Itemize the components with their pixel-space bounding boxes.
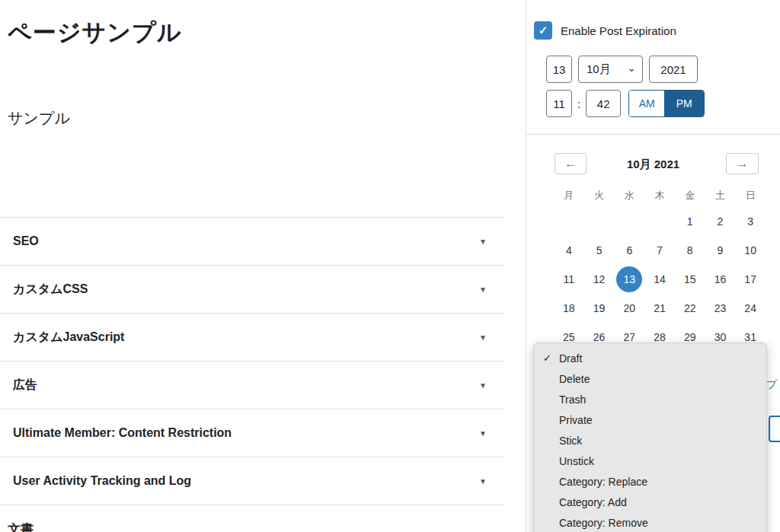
calendar-day-10[interactable]: 10 [735, 237, 766, 263]
enable-expiration-row: ✓ Enable Post Expiration [534, 21, 676, 40]
calendar-day-1[interactable]: 1 [675, 209, 705, 234]
calendar-day-19[interactable]: 19 [584, 295, 615, 321]
calendar-day-3[interactable]: 3 [735, 209, 766, 234]
calendar-day-7[interactable]: 7 [644, 237, 675, 263]
calendar-day-header: 金 [675, 186, 705, 205]
accordion-label: SEO [13, 234, 39, 248]
accordion-label: カスタムCSS [13, 282, 88, 298]
menu-item-stick[interactable]: Stick [534, 430, 766, 451]
calendar-day-4[interactable]: 4 [554, 237, 584, 263]
accordion-javascript[interactable]: カスタムJavaScript▼ [0, 313, 505, 361]
menu-item-category-remove[interactable]: Category: Remove [534, 512, 766, 532]
calendar-day-header: 日 [735, 186, 766, 205]
calendar-day-empty [554, 209, 584, 234]
minute-input[interactable] [586, 90, 621, 117]
calendar-day-22[interactable]: 22 [675, 295, 705, 321]
sidebar-divider [526, 134, 780, 135]
menu-item-draft[interactable]: ✓Draft [534, 348, 766, 368]
calendar-day-empty [584, 209, 615, 234]
screen: ページサンプル サンプル SEO▼カスタムCSS▼カスタムJavaScript▼… [0, 0, 780, 532]
accordion-seo[interactable]: SEO▼ [0, 217, 505, 265]
page-subtitle: サンプル [8, 108, 70, 129]
calendar-day-13[interactable]: 13 [616, 266, 642, 292]
menu-item-label: Trash [559, 393, 586, 406]
calendar-day-18[interactable]: 18 [554, 295, 584, 321]
caret-down-icon: ▼ [479, 237, 487, 246]
calendar-day-24[interactable]: 24 [735, 295, 766, 321]
accordion-label: Ultimate Member: Content Restriction [13, 426, 232, 440]
chevron-down-icon: ⌄ [627, 62, 636, 73]
meridiem-toggle: AM PM [628, 90, 705, 117]
apply-button-fragment[interactable] [769, 416, 780, 442]
menu-item-category-replace[interactable]: Category: Replace [534, 471, 766, 492]
menu-item-label: Category: Remove [559, 517, 648, 529]
accordion-[interactable]: 広告▼ [0, 361, 505, 409]
month-select-value: 10月 [587, 62, 611, 77]
calendar-day-6[interactable]: 6 [614, 237, 644, 263]
accordion-label: User Activity Tracking and Log [13, 474, 191, 488]
calendar-day-8[interactable]: 8 [675, 237, 705, 263]
menu-item-delete[interactable]: Delete [534, 368, 766, 389]
calendar-day-9[interactable]: 9 [705, 237, 736, 263]
accordion-user-activity-tracking-and-log[interactable]: User Activity Tracking and Log▼ [0, 457, 505, 505]
caret-down-icon: ▼ [479, 381, 487, 390]
calendar-day-17[interactable]: 17 [735, 266, 766, 292]
menu-item-label: Private [559, 414, 593, 426]
pm-button[interactable]: PM [664, 91, 704, 116]
accordion-label: 広告 [13, 377, 37, 393]
enable-expiration-label: Enable Post Expiration [561, 24, 676, 37]
calendar-grid: 月火水木金土日123456789101112131415161718192021… [554, 186, 766, 350]
calendar-day-23[interactable]: 23 [705, 295, 736, 321]
check-icon: ✓ [539, 24, 548, 37]
calendar-day-header: 土 [705, 186, 736, 205]
expiration-date-row: 10月 ⌄ [546, 56, 698, 83]
menu-item-label: Stick [559, 435, 582, 447]
menu-item-trash[interactable]: Trash [534, 389, 766, 409]
calendar-day-header: 火 [584, 186, 615, 205]
menu-item-category-add[interactable]: Category: Add [534, 492, 766, 512]
post-type-link-fragment[interactable]: プ [766, 378, 777, 392]
accordion-list: SEO▼カスタムCSS▼カスタムJavaScript▼広告▼Ultimate M… [0, 217, 505, 505]
accordion-label: カスタムJavaScript [13, 330, 124, 346]
menu-item-private[interactable]: Private [534, 409, 766, 430]
accordion-ultimate-member-content-restriction[interactable]: Ultimate Member: Content Restriction▼ [0, 409, 505, 457]
calendar-day-2[interactable]: 2 [705, 209, 736, 234]
accordion-css[interactable]: カスタムCSS▼ [0, 265, 505, 313]
calendar-day-header: 水 [614, 186, 644, 205]
caret-down-icon: ▼ [479, 429, 487, 438]
enable-expiration-checkbox[interactable]: ✓ [534, 21, 552, 40]
calendar-day-15[interactable]: 15 [675, 266, 705, 292]
caret-down-icon: ▼ [479, 477, 487, 486]
calendar-day-11[interactable]: 11 [554, 266, 584, 292]
status-action-menu: ✓DraftDeleteTrashPrivateStickUnstickCate… [533, 342, 767, 532]
arrow-right-icon: → [737, 157, 749, 170]
menu-item-label: Category: Replace [559, 476, 647, 488]
page-title: ページサンプル [8, 17, 181, 49]
expiration-time-row: : AM PM [546, 90, 705, 117]
hour-input[interactable] [546, 90, 572, 117]
month-select[interactable]: 10月 ⌄ [578, 56, 643, 83]
menu-item-label: Unstick [559, 455, 594, 467]
year-input[interactable] [649, 56, 698, 83]
am-button[interactable]: AM [629, 91, 664, 116]
calendar-day-5[interactable]: 5 [584, 237, 615, 263]
time-separator: : [577, 97, 580, 110]
menu-item-label: Draft [559, 352, 582, 365]
calendar-day-empty [644, 209, 675, 234]
caret-down-icon: ▼ [479, 285, 487, 294]
calendar-day-empty [614, 209, 644, 234]
calendar-day-20[interactable]: 20 [614, 295, 644, 321]
check-icon: ✓ [543, 352, 559, 364]
menu-item-unstick[interactable]: Unstick [534, 451, 766, 471]
day-input[interactable] [546, 56, 572, 83]
caret-down-icon: ▼ [479, 333, 487, 342]
menu-item-label: Delete [559, 373, 590, 385]
calendar-day-12[interactable]: 12 [584, 266, 615, 292]
calendar-day-header: 月 [554, 186, 584, 205]
calendar-day-21[interactable]: 21 [644, 295, 675, 321]
document-panel-label: 文書 [8, 521, 34, 532]
calendar-day-14[interactable]: 14 [644, 266, 675, 292]
calendar-day-16[interactable]: 16 [705, 266, 736, 292]
calendar-day-header: 木 [644, 186, 675, 205]
calendar-next-button[interactable]: → [726, 153, 759, 174]
